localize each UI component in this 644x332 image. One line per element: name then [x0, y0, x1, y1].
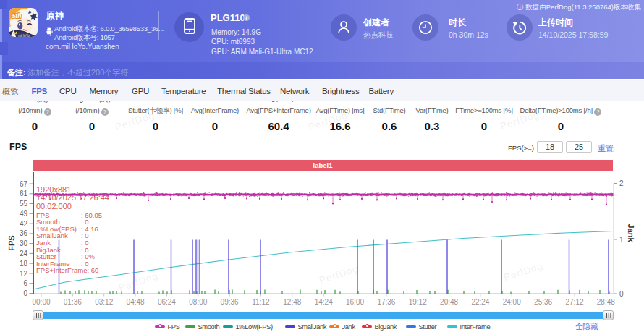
- svg-text:42: 42: [20, 220, 28, 228]
- svg-text:20:48: 20:48: [440, 298, 458, 306]
- svg-text:miHoYo: miHoYo: [18, 34, 30, 38]
- svg-text:01:36: 01:36: [64, 298, 82, 306]
- svg-text:24:00: 24:00: [503, 298, 521, 306]
- svg-text:36: 36: [20, 229, 28, 237]
- svg-text:19:12: 19:12: [409, 298, 427, 306]
- svg-text:61: 61: [20, 190, 28, 197]
- svg-text:04:48: 04:48: [127, 298, 145, 306]
- svg-text:24: 24: [20, 250, 28, 257]
- svg-text:12:48: 12:48: [283, 298, 301, 306]
- svg-text:14:24: 14:24: [315, 298, 333, 306]
- svg-text:09:36: 09:36: [221, 298, 239, 306]
- svg-text:1: 1: [619, 236, 624, 244]
- svg-text:Jank: Jank: [627, 224, 635, 242]
- svg-text:67: 67: [20, 180, 28, 188]
- svg-text:49: 49: [20, 210, 28, 218]
- svg-text:11:12: 11:12: [252, 298, 270, 306]
- svg-text:0: 0: [23, 289, 27, 297]
- svg-text:22:24: 22:24: [471, 298, 489, 306]
- svg-text:08:00: 08:00: [189, 298, 207, 306]
- svg-text:30: 30: [20, 239, 28, 247]
- svg-text:18: 18: [20, 260, 28, 268]
- svg-text:16:00: 16:00: [346, 298, 364, 306]
- svg-text:06:24: 06:24: [158, 298, 176, 306]
- svg-text:55: 55: [20, 200, 28, 208]
- svg-text:0: 0: [619, 290, 624, 298]
- svg-text:00:00: 00:00: [32, 298, 50, 306]
- svg-text:25:36: 25:36: [534, 298, 552, 306]
- svg-text:27:12: 27:12: [565, 298, 583, 306]
- svg-text:5th: 5th: [12, 12, 22, 20]
- svg-text:2: 2: [619, 179, 624, 187]
- svg-text:6: 6: [23, 279, 27, 287]
- svg-text:03:12: 03:12: [95, 298, 113, 306]
- svg-text:17:36: 17:36: [377, 298, 395, 306]
- svg-text:FPS: FPS: [7, 235, 16, 250]
- svg-text:12: 12: [20, 270, 28, 278]
- svg-text:28:48: 28:48: [597, 298, 615, 306]
